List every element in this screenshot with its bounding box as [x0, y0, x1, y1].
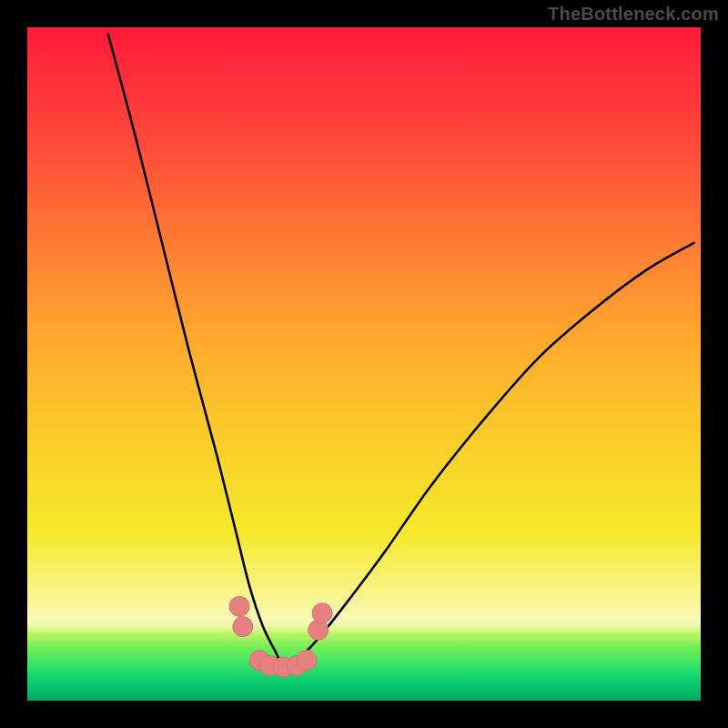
valley-marker [233, 617, 253, 637]
valley-marker [297, 651, 317, 671]
valley-markers [229, 596, 332, 677]
valley-marker [229, 596, 249, 616]
chart-svg [27, 27, 701, 701]
valley-marker [312, 603, 332, 623]
plot-area [27, 27, 701, 701]
watermark-text: TheBottleneck.com [548, 4, 719, 25]
chart-frame: TheBottleneck.com [0, 0, 728, 728]
bottleneck-curve [108, 34, 694, 667]
